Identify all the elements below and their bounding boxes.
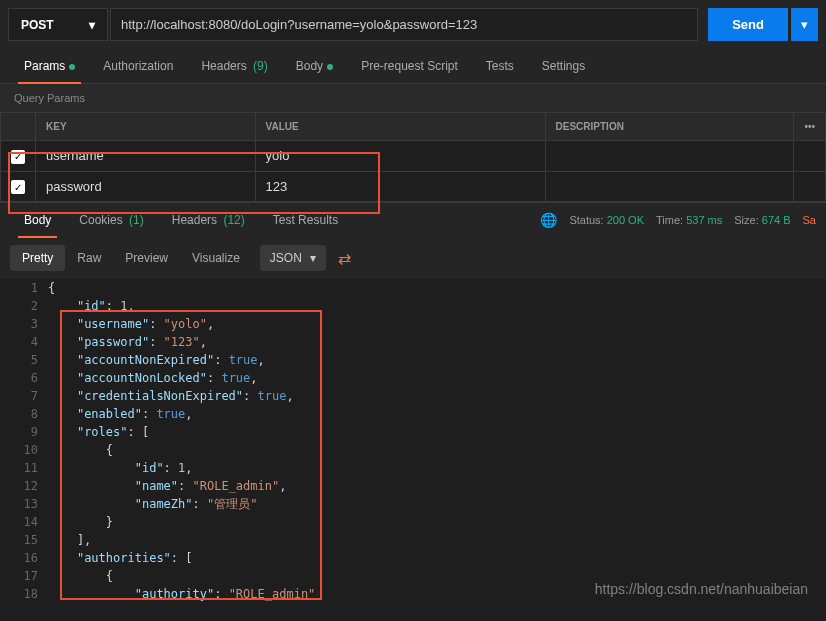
method-select[interactable]: POST ▾ bbox=[8, 8, 108, 41]
col-description: DESCRIPTION bbox=[545, 113, 794, 141]
request-toolbar: POST ▾ Send ▾ bbox=[0, 0, 826, 49]
size-label: Size: 674 B bbox=[734, 214, 790, 226]
tab-authorization[interactable]: Authorization bbox=[89, 49, 187, 83]
col-value: VALUE bbox=[255, 113, 545, 141]
response-tabs: Body Cookies (1) Headers (12) Test Resul… bbox=[0, 202, 826, 237]
resp-tab-cookies[interactable]: Cookies (1) bbox=[65, 203, 157, 237]
send-options-button[interactable]: ▾ bbox=[790, 8, 818, 41]
col-key: KEY bbox=[36, 113, 256, 141]
view-mode-bar: Pretty Raw Preview Visualize JSON▾ ⇄ bbox=[0, 237, 826, 279]
request-tabs: Params Authorization Headers (9) Body Pr… bbox=[0, 49, 826, 84]
view-visualize[interactable]: Visualize bbox=[180, 245, 252, 271]
save-response-button[interactable]: Sa bbox=[803, 214, 816, 226]
view-preview[interactable]: Preview bbox=[113, 245, 180, 271]
tab-body[interactable]: Body bbox=[282, 49, 347, 83]
resp-tab-headers[interactable]: Headers (12) bbox=[158, 203, 259, 237]
watermark: https://blog.csdn.net/nanhuaibeian bbox=[595, 581, 808, 597]
view-raw[interactable]: Raw bbox=[65, 245, 113, 271]
time-label: Time: 537 ms bbox=[656, 214, 722, 226]
annotation-box bbox=[60, 310, 322, 600]
chevron-down-icon: ▾ bbox=[89, 18, 95, 32]
tab-tests[interactable]: Tests bbox=[472, 49, 528, 83]
more-icon[interactable]: ••• bbox=[794, 113, 826, 141]
tab-headers[interactable]: Headers (9) bbox=[187, 49, 281, 83]
send-button[interactable]: Send bbox=[708, 8, 788, 41]
status-dot-icon bbox=[327, 64, 333, 70]
format-select[interactable]: JSON▾ bbox=[260, 245, 326, 271]
status-label: Status: 200 OK bbox=[569, 214, 644, 226]
status-dot-icon bbox=[69, 64, 75, 70]
resp-tab-tests[interactable]: Test Results bbox=[259, 203, 352, 237]
tab-params[interactable]: Params bbox=[10, 49, 89, 83]
chevron-down-icon: ▾ bbox=[310, 251, 316, 265]
tab-prerequest[interactable]: Pre-request Script bbox=[347, 49, 472, 83]
method-value: POST bbox=[21, 18, 54, 32]
tab-settings[interactable]: Settings bbox=[528, 49, 599, 83]
globe-icon[interactable]: 🌐 bbox=[540, 212, 557, 228]
resp-tab-body[interactable]: Body bbox=[10, 203, 65, 237]
wrap-lines-icon[interactable]: ⇄ bbox=[338, 249, 351, 268]
view-pretty[interactable]: Pretty bbox=[10, 245, 65, 271]
query-params-header: Query Params bbox=[0, 84, 826, 112]
url-input[interactable] bbox=[110, 8, 698, 41]
